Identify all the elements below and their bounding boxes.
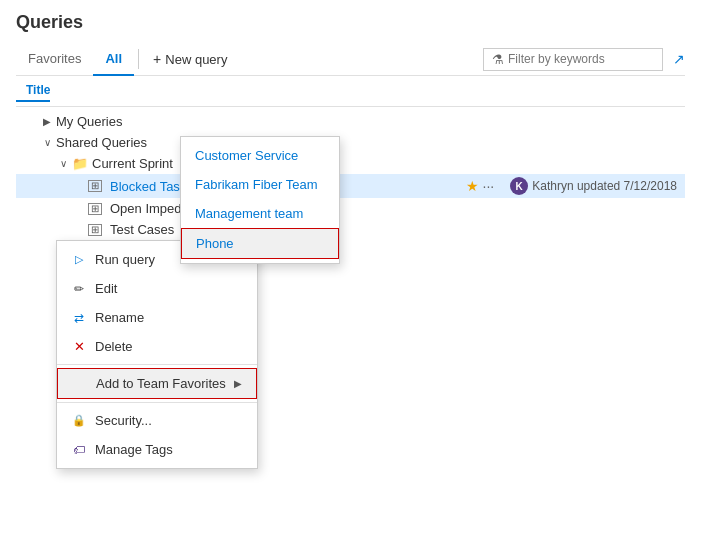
submenu-item-customer-service[interactable]: Customer Service (181, 141, 339, 170)
new-query-label: New query (165, 52, 227, 67)
menu-divider (57, 402, 257, 403)
security-icon: 🔒 (71, 414, 87, 427)
rename-icon: ⇄ (71, 311, 87, 325)
tree-row-blocked-tasks[interactable]: ⊞ Blocked Tasks ★ ··· K Kathryn updated … (16, 174, 685, 198)
filter-input[interactable] (508, 52, 648, 66)
chevron-icon: ∨ (56, 158, 70, 169)
avatar: K (510, 177, 528, 195)
delete-icon: ✕ (71, 339, 87, 354)
menu-item-manage-tags[interactable]: 🏷 Manage Tags (57, 435, 257, 464)
chevron-icon: ∨ (40, 137, 54, 148)
tree-item-label: Shared Queries (56, 135, 685, 150)
tree-row[interactable]: ⊞ Test Cases (16, 219, 685, 240)
submenu-item-label: Phone (196, 236, 234, 251)
filter-icon: ⚗ (492, 52, 504, 67)
edit-icon: ✏ (71, 282, 87, 296)
submenu-item-label: Fabrikam Fiber Team (195, 177, 318, 192)
plus-icon: + (153, 51, 161, 67)
tree-item-label: My Queries (56, 114, 685, 129)
tree-row[interactable]: ∨ Shared Queries (16, 132, 685, 153)
submenu-item-fabrikam-fiber[interactable]: Fabrikam Fiber Team (181, 170, 339, 199)
submenu-item-label: Customer Service (195, 148, 298, 163)
menu-item-label: Add to Team Favorites (96, 376, 226, 391)
menu-item-label: Delete (95, 339, 243, 354)
tree-row[interactable]: ▶ My Queries (16, 111, 685, 132)
filter-area: ⚗ ↗ (483, 48, 685, 71)
tab-divider (138, 49, 139, 69)
updated-text: Kathryn updated 7/12/2018 (532, 179, 677, 193)
menu-item-security[interactable]: 🔒 Security... (57, 406, 257, 435)
new-query-button[interactable]: + New query (143, 45, 237, 73)
star-icon[interactable]: ★ (466, 178, 479, 194)
query-icon: ⊞ (88, 224, 102, 236)
menu-item-rename[interactable]: ⇄ Rename (57, 303, 257, 332)
tree-row[interactable]: ∨ 📁 Current Sprint (16, 153, 685, 174)
tab-bar: Favorites All + New query ⚗ ↗ (16, 43, 685, 76)
menu-divider (57, 364, 257, 365)
filter-input-wrap: ⚗ (483, 48, 663, 71)
tab-all[interactable]: All (93, 43, 134, 76)
run-icon: ▷ (71, 253, 87, 266)
updated-info: K Kathryn updated 7/12/2018 (510, 177, 677, 195)
ellipsis-button[interactable]: ··· (483, 178, 495, 194)
folder-icon: 📁 (72, 156, 88, 171)
menu-item-edit[interactable]: ✏ Edit (57, 274, 257, 303)
menu-item-delete[interactable]: ✕ Delete (57, 332, 257, 361)
submenu-item-management-team[interactable]: Management team (181, 199, 339, 228)
menu-item-label: Security... (95, 413, 243, 428)
query-icon: ⊞ (88, 180, 102, 192)
query-icon: ⊞ (88, 203, 102, 215)
context-menu: ▷ Run query ✏ Edit ⇄ Rename ✕ Delete Add… (56, 240, 258, 469)
expand-icon[interactable]: ↗ (673, 51, 685, 67)
tree-row[interactable]: ⊞ Open Impediments (16, 198, 685, 219)
column-header-row: Title (16, 76, 685, 107)
page-container: Queries Favorites All + New query ⚗ ↗ Ti… (0, 0, 701, 378)
menu-item-add-to-team-favorites[interactable]: Add to Team Favorites ▶ (57, 368, 257, 399)
column-title-label: Title (16, 83, 50, 102)
menu-item-label: Edit (95, 281, 243, 296)
submenu-arrow-icon: ▶ (234, 378, 242, 389)
menu-item-label: Rename (95, 310, 243, 325)
tab-favorites[interactable]: Favorites (16, 43, 93, 76)
page-title: Queries (16, 12, 685, 33)
tag-icon: 🏷 (71, 443, 87, 457)
menu-item-label: Manage Tags (95, 442, 243, 457)
submenu-item-label: Management team (195, 206, 303, 221)
submenu-item-phone[interactable]: Phone (181, 228, 339, 259)
submenu: Customer Service Fabrikam Fiber Team Man… (180, 136, 340, 264)
chevron-icon: ▶ (40, 116, 54, 127)
